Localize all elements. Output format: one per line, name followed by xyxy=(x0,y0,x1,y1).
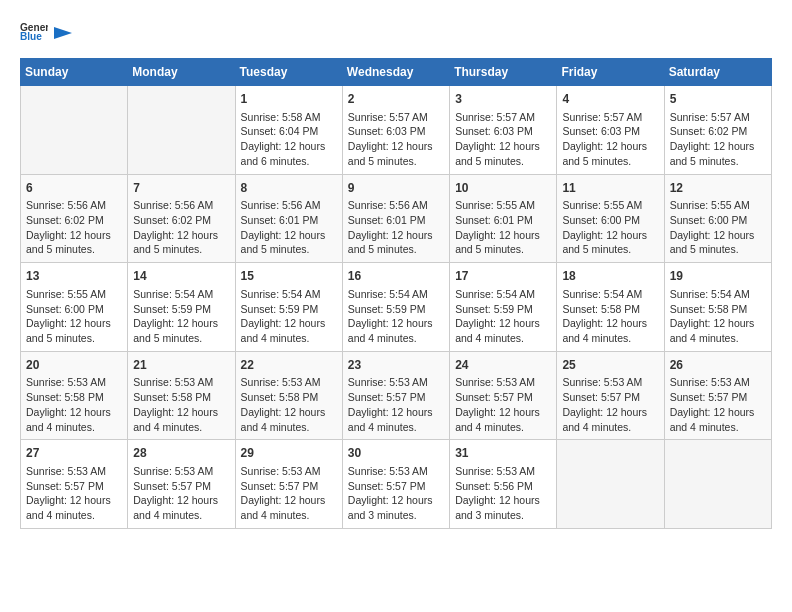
calendar-day-cell: 11Sunrise: 5:55 AMSunset: 6:00 PMDayligh… xyxy=(557,174,664,263)
day-info-text: Daylight: 12 hours and 4 minutes. xyxy=(670,316,766,345)
day-number: 10 xyxy=(455,180,551,197)
day-info-text: Sunrise: 5:53 AM xyxy=(241,375,337,390)
calendar-day-cell: 28Sunrise: 5:53 AMSunset: 5:57 PMDayligh… xyxy=(128,440,235,529)
day-info-text: Sunset: 6:04 PM xyxy=(241,124,337,139)
day-info-text: Daylight: 12 hours and 4 minutes. xyxy=(241,405,337,434)
day-info-text: Sunset: 5:58 PM xyxy=(133,390,229,405)
calendar-week-row: 20Sunrise: 5:53 AMSunset: 5:58 PMDayligh… xyxy=(21,351,772,440)
day-number: 27 xyxy=(26,445,122,462)
calendar-day-cell: 7Sunrise: 5:56 AMSunset: 6:02 PMDaylight… xyxy=(128,174,235,263)
day-info-text: Sunset: 6:00 PM xyxy=(670,213,766,228)
page-header: General Blue xyxy=(20,20,772,42)
calendar-day-cell: 22Sunrise: 5:53 AMSunset: 5:58 PMDayligh… xyxy=(235,351,342,440)
day-number: 26 xyxy=(670,357,766,374)
weekday-header-cell: Thursday xyxy=(450,59,557,86)
day-info-text: Daylight: 12 hours and 5 minutes. xyxy=(26,228,122,257)
day-info-text: Sunrise: 5:56 AM xyxy=(241,198,337,213)
day-info-text: Sunset: 5:59 PM xyxy=(348,302,444,317)
day-info-text: Sunrise: 5:56 AM xyxy=(133,198,229,213)
day-info-text: Sunset: 6:00 PM xyxy=(562,213,658,228)
calendar-day-cell: 20Sunrise: 5:53 AMSunset: 5:58 PMDayligh… xyxy=(21,351,128,440)
day-info-text: Sunset: 6:03 PM xyxy=(455,124,551,139)
calendar-body: 1Sunrise: 5:58 AMSunset: 6:04 PMDaylight… xyxy=(21,86,772,529)
day-info-text: Sunset: 5:57 PM xyxy=(133,479,229,494)
svg-marker-3 xyxy=(54,27,72,39)
day-info-text: Daylight: 12 hours and 4 minutes. xyxy=(26,493,122,522)
day-info-text: Daylight: 12 hours and 4 minutes. xyxy=(455,405,551,434)
day-number: 12 xyxy=(670,180,766,197)
day-info-text: Sunrise: 5:57 AM xyxy=(455,110,551,125)
calendar-day-cell: 13Sunrise: 5:55 AMSunset: 6:00 PMDayligh… xyxy=(21,263,128,352)
weekday-header-cell: Monday xyxy=(128,59,235,86)
day-info-text: Sunset: 5:56 PM xyxy=(455,479,551,494)
day-info-text: Daylight: 12 hours and 4 minutes. xyxy=(670,405,766,434)
day-info-text: Sunrise: 5:53 AM xyxy=(133,464,229,479)
calendar-day-cell: 14Sunrise: 5:54 AMSunset: 5:59 PMDayligh… xyxy=(128,263,235,352)
day-info-text: Daylight: 12 hours and 5 minutes. xyxy=(562,228,658,257)
day-info-text: Sunrise: 5:57 AM xyxy=(670,110,766,125)
day-info-text: Sunrise: 5:53 AM xyxy=(455,375,551,390)
weekday-header-cell: Friday xyxy=(557,59,664,86)
day-info-text: Sunset: 6:03 PM xyxy=(348,124,444,139)
calendar-table: SundayMondayTuesdayWednesdayThursdayFrid… xyxy=(20,58,772,529)
day-info-text: Sunset: 6:02 PM xyxy=(133,213,229,228)
logo: General Blue xyxy=(20,20,72,42)
day-number: 21 xyxy=(133,357,229,374)
day-info-text: Daylight: 12 hours and 5 minutes. xyxy=(670,228,766,257)
calendar-day-cell: 19Sunrise: 5:54 AMSunset: 5:58 PMDayligh… xyxy=(664,263,771,352)
day-info-text: Sunset: 5:57 PM xyxy=(455,390,551,405)
day-number: 13 xyxy=(26,268,122,285)
weekday-header-cell: Wednesday xyxy=(342,59,449,86)
day-info-text: Daylight: 12 hours and 5 minutes. xyxy=(241,228,337,257)
day-info-text: Daylight: 12 hours and 5 minutes. xyxy=(133,228,229,257)
calendar-day-cell: 21Sunrise: 5:53 AMSunset: 5:58 PMDayligh… xyxy=(128,351,235,440)
day-info-text: Sunset: 6:03 PM xyxy=(562,124,658,139)
day-number: 20 xyxy=(26,357,122,374)
day-info-text: Daylight: 12 hours and 4 minutes. xyxy=(562,405,658,434)
day-info-text: Sunrise: 5:54 AM xyxy=(348,287,444,302)
day-info-text: Daylight: 12 hours and 6 minutes. xyxy=(241,139,337,168)
calendar-day-cell: 4Sunrise: 5:57 AMSunset: 6:03 PMDaylight… xyxy=(557,86,664,175)
calendar-day-cell xyxy=(664,440,771,529)
day-info-text: Daylight: 12 hours and 4 minutes. xyxy=(562,316,658,345)
calendar-day-cell: 27Sunrise: 5:53 AMSunset: 5:57 PMDayligh… xyxy=(21,440,128,529)
day-info-text: Sunset: 5:57 PM xyxy=(241,479,337,494)
weekday-header-row: SundayMondayTuesdayWednesdayThursdayFrid… xyxy=(21,59,772,86)
calendar-day-cell: 16Sunrise: 5:54 AMSunset: 5:59 PMDayligh… xyxy=(342,263,449,352)
day-number: 15 xyxy=(241,268,337,285)
day-info-text: Daylight: 12 hours and 4 minutes. xyxy=(26,405,122,434)
calendar-day-cell: 31Sunrise: 5:53 AMSunset: 5:56 PMDayligh… xyxy=(450,440,557,529)
calendar-day-cell: 5Sunrise: 5:57 AMSunset: 6:02 PMDaylight… xyxy=(664,86,771,175)
day-info-text: Sunrise: 5:53 AM xyxy=(26,464,122,479)
day-info-text: Sunrise: 5:53 AM xyxy=(348,375,444,390)
day-info-text: Daylight: 12 hours and 5 minutes. xyxy=(455,139,551,168)
calendar-day-cell: 26Sunrise: 5:53 AMSunset: 5:57 PMDayligh… xyxy=(664,351,771,440)
calendar-day-cell: 15Sunrise: 5:54 AMSunset: 5:59 PMDayligh… xyxy=(235,263,342,352)
calendar-day-cell: 30Sunrise: 5:53 AMSunset: 5:57 PMDayligh… xyxy=(342,440,449,529)
day-info-text: Daylight: 12 hours and 5 minutes. xyxy=(670,139,766,168)
calendar-week-row: 1Sunrise: 5:58 AMSunset: 6:04 PMDaylight… xyxy=(21,86,772,175)
day-info-text: Sunrise: 5:53 AM xyxy=(241,464,337,479)
day-number: 30 xyxy=(348,445,444,462)
day-info-text: Sunrise: 5:58 AM xyxy=(241,110,337,125)
day-info-text: Sunrise: 5:57 AM xyxy=(348,110,444,125)
day-number: 6 xyxy=(26,180,122,197)
day-info-text: Daylight: 12 hours and 4 minutes. xyxy=(455,316,551,345)
logo-icon: General Blue xyxy=(20,20,48,42)
day-number: 11 xyxy=(562,180,658,197)
day-number: 8 xyxy=(241,180,337,197)
day-info-text: Sunset: 5:59 PM xyxy=(133,302,229,317)
calendar-day-cell: 1Sunrise: 5:58 AMSunset: 6:04 PMDaylight… xyxy=(235,86,342,175)
day-info-text: Sunrise: 5:53 AM xyxy=(455,464,551,479)
calendar-day-cell xyxy=(128,86,235,175)
day-info-text: Sunset: 6:00 PM xyxy=(26,302,122,317)
day-info-text: Sunset: 5:59 PM xyxy=(241,302,337,317)
day-number: 25 xyxy=(562,357,658,374)
day-info-text: Sunrise: 5:54 AM xyxy=(241,287,337,302)
day-info-text: Sunset: 5:57 PM xyxy=(670,390,766,405)
calendar-day-cell xyxy=(557,440,664,529)
day-info-text: Daylight: 12 hours and 3 minutes. xyxy=(348,493,444,522)
calendar-day-cell: 6Sunrise: 5:56 AMSunset: 6:02 PMDaylight… xyxy=(21,174,128,263)
day-info-text: Sunrise: 5:55 AM xyxy=(455,198,551,213)
day-number: 28 xyxy=(133,445,229,462)
